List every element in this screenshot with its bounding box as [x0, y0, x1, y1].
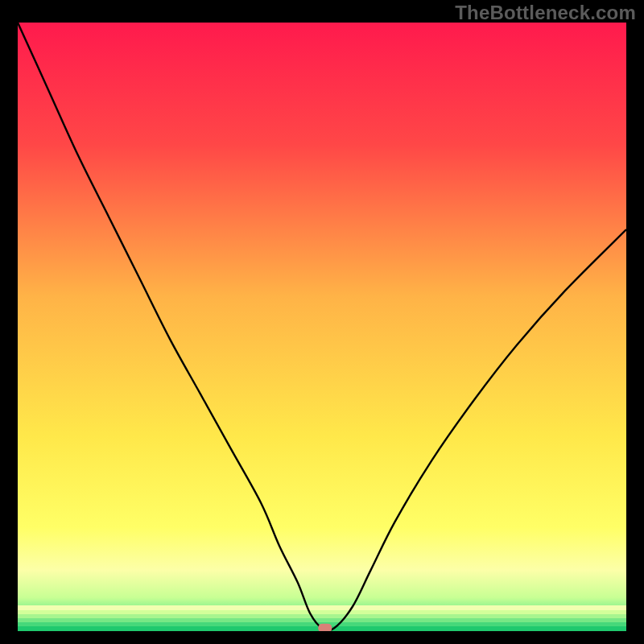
svg-rect-3	[18, 614, 626, 618]
gradient-background	[18, 23, 626, 631]
plot-area	[18, 23, 626, 631]
chart-frame: TheBottleneck.com	[0, 0, 644, 644]
chart-svg	[18, 23, 626, 631]
svg-rect-5	[18, 605, 626, 610]
watermark-text: TheBottleneck.com	[455, 2, 636, 24]
svg-rect-2	[18, 618, 626, 622]
svg-rect-4	[18, 610, 626, 614]
optimal-marker	[318, 624, 332, 631]
